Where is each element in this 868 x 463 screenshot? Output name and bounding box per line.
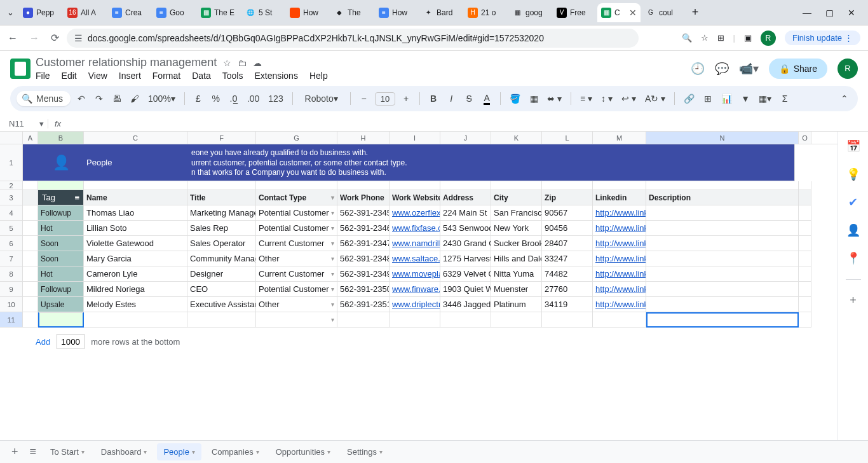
title-cell[interactable]: Marketing Manager [187,205,256,221]
description-cell[interactable] [646,236,799,251]
spreadsheet-grid[interactable]: A B C F G H I J K L M N O 1 👤 People [0,132,837,463]
account-avatar[interactable]: R [837,59,858,79]
description-cell[interactable] [646,266,799,282]
column-header[interactable]: Linkedin [593,190,646,205]
name-cell[interactable]: Melody Estes [84,297,187,312]
close-tab-icon[interactable]: ✕ [629,8,637,18]
insert-link-icon[interactable]: 🔗 [681,91,697,106]
website-cell[interactable]: www.saltace.com [390,251,440,266]
minimize-icon[interactable]: — [803,8,811,18]
tag-cell[interactable]: Upsale [38,297,84,312]
browser-tab[interactable]: VFree [553,3,596,22]
linkedin-cell[interactable]: http://www.linked [593,282,646,297]
forward-icon[interactable]: → [29,32,39,44]
zoom-icon[interactable]: 🔍 [682,33,692,43]
website-cell[interactable]: www.moveplane [390,266,440,282]
phone-cell[interactable]: 562-391-2348 [337,251,390,266]
text-wrap-icon[interactable]: ↩ ▾ [619,91,639,106]
finish-update-button[interactable]: Finish update⋮ [785,31,860,45]
strikethrough-icon[interactable]: S [462,91,476,106]
zip-cell[interactable]: 28407 [542,236,593,251]
url-input[interactable]: ☰ docs.google.com/spreadsheets/d/1QBbGq0… [67,29,639,48]
decrease-decimal-icon[interactable]: .0̲ [227,91,241,106]
browser-tab[interactable]: Gcoul [642,3,685,22]
tag-cell[interactable]: Hot [38,266,84,282]
merge-cells-icon[interactable]: ⬌ ▾ [545,91,564,106]
name-cell[interactable]: Cameron Lyle [84,266,187,282]
col-header[interactable]: J [440,132,491,144]
city-cell[interactable]: San Francisco [491,205,542,221]
city-cell[interactable]: Platinum [491,297,542,312]
redo-icon[interactable]: ↷ [92,91,106,106]
tag-cell[interactable]: Followup [38,205,84,221]
col-header[interactable]: C [84,132,187,144]
text-color-icon[interactable]: A [480,90,494,107]
address-cell[interactable]: 543 Senwood St [440,221,491,236]
phone-cell[interactable]: 562-391-2350 [337,282,390,297]
zoom-dropdown[interactable]: 100% ▾ [146,91,178,106]
browser-tab[interactable]: ▦The E [197,3,240,22]
menu-tools[interactable]: Tools [222,71,243,81]
zip-cell[interactable]: 33247 [542,251,593,266]
collapse-toolbar-icon[interactable]: ⌃ [837,91,851,106]
browser-tab[interactable]: 🌐5 St [241,3,285,22]
sheets-logo-icon[interactable] [10,59,31,79]
tag-cell[interactable]: Followup [38,282,84,297]
fill-color-icon[interactable]: 🪣 [507,91,523,106]
name-box[interactable]: N11▾ [5,119,48,128]
sheet-tab[interactable]: Dashboard ▾ [95,443,154,460]
menu-data[interactable]: Data [192,71,211,81]
website-cell[interactable]: www.fixfase.com [390,221,440,236]
city-cell[interactable]: Hills and Dales [491,251,542,266]
meet-icon[interactable]: 📹▾ [739,62,759,76]
column-header[interactable]: Work Phone [337,190,390,205]
cloud-status-icon[interactable]: ☁ [253,58,262,68]
browser-tab[interactable]: How [286,3,329,22]
bookmark-icon[interactable]: ☆ [701,33,709,43]
name-cell[interactable]: Mary Garcia [84,251,187,266]
history-icon[interactable]: 🕘 [691,62,705,76]
horizontal-align-icon[interactable]: ≡ ▾ [578,91,595,106]
tag-cell[interactable]: Soon [38,251,84,266]
menu-view[interactable]: View [88,71,107,81]
all-sheets-button[interactable]: ≡ [26,445,41,459]
col-header[interactable]: O [799,132,811,144]
browser-tab[interactable]: ≡Crea [108,3,151,22]
col-header[interactable]: B [38,132,84,144]
menu-insert[interactable]: Insert [119,71,141,81]
zip-cell[interactable]: 90456 [542,221,593,236]
sheet-tab[interactable]: To Start ▾ [44,443,91,460]
title-cell[interactable]: CEO [187,282,256,297]
menu-file[interactable]: File [36,71,50,81]
city-cell[interactable]: New York [491,221,542,236]
website-cell[interactable]: www.namdrill.com [390,236,440,251]
tag-cell[interactable]: Hot [38,221,84,236]
title-cell[interactable]: Community Manager [187,251,256,266]
address-cell[interactable]: 1275 Harvest Be [440,251,491,266]
tag-column-header[interactable]: Tag≡ [38,190,84,205]
menus-search[interactable]: 🔍 Menus [17,91,71,106]
keep-icon[interactable]: 💡 [846,167,860,181]
paint-format-icon[interactable]: 🖌 [128,91,142,106]
add-addon-icon[interactable]: + [850,294,857,307]
description-cell[interactable] [646,251,799,266]
col-header[interactable]: L [542,132,593,144]
insert-comment-icon[interactable]: ⊞ [701,91,715,106]
description-cell[interactable] [646,221,799,236]
address-cell[interactable]: 2430 Grand Corr [440,236,491,251]
address-cell[interactable]: 3446 Jagged Wa [440,297,491,312]
zip-cell[interactable]: 34119 [542,297,593,312]
website-cell[interactable]: www.ozerflex.com [390,205,440,221]
filter-views-icon[interactable]: ▦▾ [756,91,774,106]
close-window-icon[interactable]: ✕ [848,8,855,18]
col-header[interactable]: K [491,132,542,144]
linkedin-cell[interactable]: http://www.linked [593,266,646,282]
zip-cell[interactable]: 90567 [542,205,593,221]
row-header[interactable]: 10 [0,297,23,312]
linkedin-cell[interactable]: http://www.linked [593,251,646,266]
tab-search-dropdown[interactable]: ⌄ [3,8,18,17]
vertical-align-icon[interactable]: ↕ ▾ [599,91,615,106]
profile-avatar[interactable]: R [761,31,776,46]
zip-cell[interactable]: 27760 [542,282,593,297]
col-header[interactable]: H [337,132,390,144]
